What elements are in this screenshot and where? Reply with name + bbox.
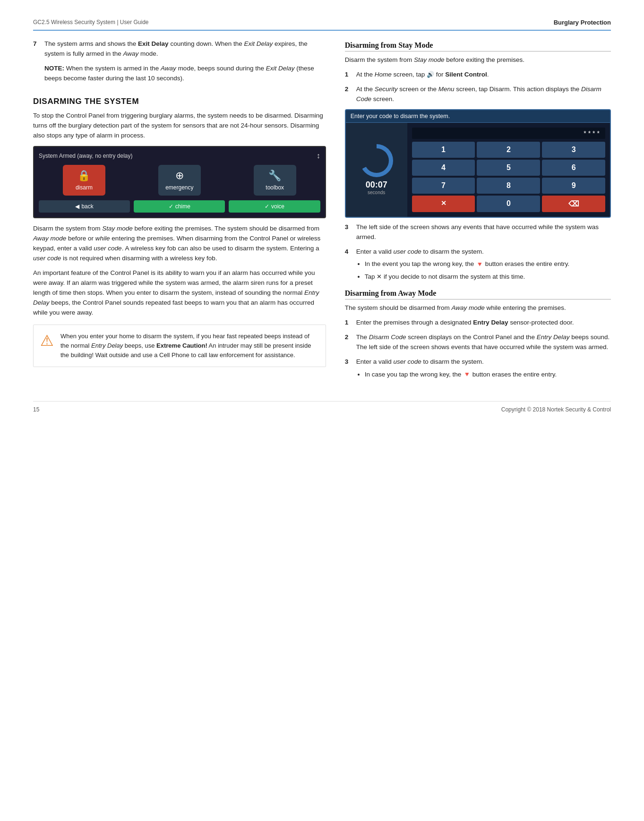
keypad-display: ****	[412, 128, 605, 139]
clock-inner	[364, 148, 389, 173]
clock-display: 00:07 seconds	[366, 180, 387, 195]
disarming-stay-intro: Disarm the system from Stay mode before …	[345, 55, 611, 65]
disarming-stay-step3: 3 The left side of the screen shows any …	[345, 222, 611, 242]
step-4-bullets: In the event you tap the wrong key, the …	[365, 259, 611, 282]
step-7-note: NOTE: When the system is armed in the Aw…	[44, 64, 326, 84]
emergency-icon: ⊕	[165, 170, 194, 182]
footer-copyright: Copyright © 2018 Nortek Security & Contr…	[501, 406, 611, 413]
step-7-number: 7	[33, 39, 41, 88]
toolbox-button[interactable]: 🔧 toolbox	[254, 165, 296, 196]
disarming-stay-step4: 4 Enter a valid user code to disarm the …	[345, 247, 611, 284]
away-step-3: 3 Enter a valid user code to disarm the …	[345, 357, 611, 382]
panel-buttons: 🔒 disarm ⊕ emergency 🔧 toolbox	[39, 165, 320, 196]
left-column: 7 The system arms and shows the Exit Del…	[33, 39, 326, 387]
key-7[interactable]: 7	[412, 178, 475, 194]
away-step-2-num: 2	[345, 333, 352, 352]
voice-button[interactable]: ✓ voice	[229, 200, 320, 213]
disarm-button[interactable]: 🔒 disarm	[63, 165, 105, 196]
away-step-1: 1 Enter the premises through a designate…	[345, 318, 611, 328]
signal-icon: ↕	[317, 152, 320, 160]
disarm-label: disarm	[76, 184, 93, 191]
toolbox-icon: 🔧	[260, 170, 290, 182]
panel-top-bar: System Armed (away, no entry delay) ↕	[39, 152, 320, 160]
back-label: back	[81, 203, 93, 210]
key-4[interactable]: 4	[412, 160, 475, 176]
erase-icon: 🔻	[476, 260, 483, 269]
emergency-label: emergency	[165, 184, 193, 191]
page: GC2.5 Wireless Security System | User Gu…	[0, 0, 644, 821]
away-step-1-content: Enter the premises through a designated …	[356, 318, 611, 328]
key-9[interactable]: 9	[542, 178, 605, 194]
step-3-content: The left side of the screen shows any ev…	[356, 222, 611, 242]
disarming-stay-step1: 1 At the Home screen, tap 🔊 for Silent C…	[345, 70, 611, 80]
caution-text: When you enter your home to disarm the s…	[60, 332, 319, 360]
x-cancel-icon: ✕	[377, 272, 382, 282]
keypad-grid: 1 2 3 4 5 6 7 8 9 ✕ 0 ⌫	[412, 142, 605, 212]
footer-page-num: 15	[33, 406, 39, 413]
step-7-text: The system arms and shows the Exit Delay…	[44, 39, 326, 59]
key-2[interactable]: 2	[477, 142, 540, 158]
lock-icon: 🔒	[69, 170, 99, 182]
step-2-num: 2	[345, 85, 352, 104]
disarm-code-screen: Enter your code to disarm the system. 00…	[345, 109, 611, 218]
step-4-content: Enter a valid user code to disarm the sy…	[356, 247, 611, 284]
clock-pie-chart	[360, 144, 393, 177]
key-8[interactable]: 8	[477, 178, 540, 194]
away-erase-icon: 🔻	[463, 370, 471, 379]
header-section-title: Burglary Protection	[554, 19, 611, 26]
step-4-num: 4	[345, 247, 352, 284]
key-6[interactable]: 6	[542, 160, 605, 176]
warning-icon: ⚠	[40, 332, 54, 360]
bullet-cancel: Tap ✕ if you decide to not disarm the sy…	[365, 272, 611, 282]
voice-check-icon: ✓	[265, 203, 269, 210]
disarming-para1: Disarm the system from Stay mode before …	[33, 224, 326, 264]
away-step-2-content: The Disarm Code screen displays on the C…	[356, 333, 611, 352]
back-button[interactable]: ◀ back	[39, 200, 130, 213]
step-2-content: At the Security screen or the Menu scree…	[356, 85, 611, 104]
caution-box: ⚠ When you enter your home to disarm the…	[33, 325, 326, 367]
away-step-3-bullets: In case you tap the wrong key, the 🔻 but…	[365, 370, 611, 379]
disarm-screen-body: 00:07 seconds **** 1 2 3 4 5 6	[346, 123, 610, 217]
key-0[interactable]: 0	[477, 196, 540, 212]
page-footer: 15 Copyright © 2018 Nortek Security & Co…	[33, 401, 611, 413]
back-icon: ◀	[75, 203, 79, 210]
chime-label: chime	[175, 203, 190, 210]
right-column: Disarming from Stay Mode Disarm the syst…	[345, 39, 611, 387]
step-3-num: 3	[345, 222, 352, 242]
disarming-away-title: Disarming from Away Mode	[345, 289, 611, 299]
voice-label: voice	[271, 203, 284, 210]
chime-button[interactable]: ✓ chime	[134, 200, 225, 213]
away-bullet-erase: In case you tap the wrong key, the 🔻 but…	[365, 370, 611, 379]
disarming-para2: An important feature of the Control Pane…	[33, 268, 326, 318]
panel-screenshot: System Armed (away, no entry delay) ↕ 🔒 …	[33, 146, 326, 218]
header-guide-title: GC2.5 Wireless Security System | User Gu…	[33, 19, 149, 26]
disarming-away-intro: The system should be disarmed from Away …	[345, 303, 611, 313]
clock-seconds-label: seconds	[366, 190, 387, 195]
step-1-content: At the Home screen, tap 🔊 for Silent Con…	[356, 70, 611, 80]
step-7: 7 The system arms and shows the Exit Del…	[33, 39, 326, 88]
disarm-keypad: **** 1 2 3 4 5 6 7 8 9 ✕ 0	[407, 123, 610, 217]
key-3[interactable]: 3	[542, 142, 605, 158]
clock-time: 00:07	[366, 180, 387, 190]
two-column-layout: 7 The system arms and shows the Exit Del…	[33, 39, 611, 387]
step-7-content: The system arms and shows the Exit Delay…	[44, 39, 326, 88]
disarming-stay-title: Disarming from Stay Mode	[345, 41, 611, 51]
silent-control-icon: 🔊	[427, 70, 434, 79]
emergency-button[interactable]: ⊕ emergency	[158, 165, 201, 196]
key-5[interactable]: 5	[477, 160, 540, 176]
panel-bottom-bar: ◀ back ✓ chime ✓ voice	[39, 200, 320, 213]
key-erase[interactable]: ⌫	[542, 196, 605, 212]
disarm-screen-header: Enter your code to disarm the system.	[346, 110, 610, 123]
away-step-2: 2 The Disarm Code screen displays on the…	[345, 333, 611, 352]
bullet-erase: In the event you tap the wrong key, the …	[365, 259, 611, 269]
toolbox-label: toolbox	[266, 184, 284, 191]
away-step-3-content: Enter a valid user code to disarm the sy…	[356, 357, 611, 382]
panel-status-label: System Armed (away, no entry delay)	[39, 153, 133, 159]
page-header: GC2.5 Wireless Security System | User Gu…	[33, 19, 611, 31]
key-1[interactable]: 1	[412, 142, 475, 158]
away-step-1-num: 1	[345, 318, 352, 328]
disarm-clock-area: 00:07 seconds	[346, 123, 407, 217]
disarming-stay-step2: 2 At the Security screen or the Menu scr…	[345, 85, 611, 104]
step-1-num: 1	[345, 70, 352, 80]
key-cancel[interactable]: ✕	[412, 196, 475, 212]
